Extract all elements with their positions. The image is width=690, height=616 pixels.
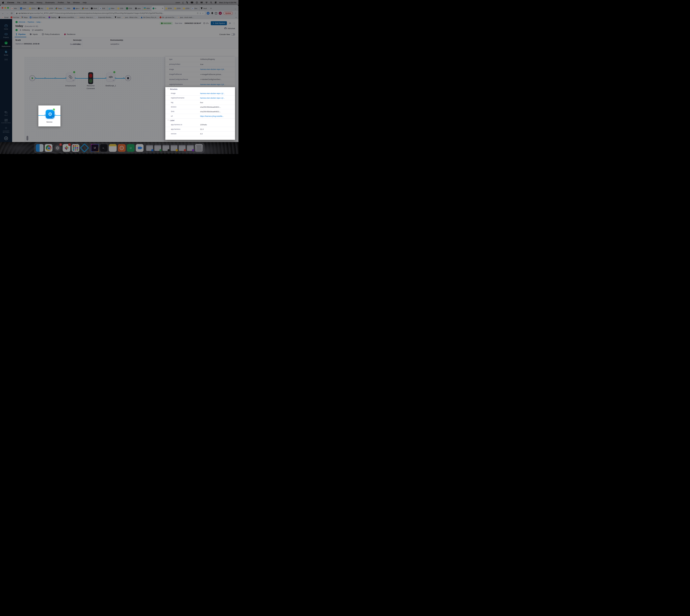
service-gear-icon: ⚙ bbox=[48, 112, 52, 116]
panel-value: four bbox=[200, 102, 203, 104]
panel-value: sha256:658c8eae64831... bbox=[200, 106, 221, 108]
panel-key: version bbox=[171, 133, 200, 135]
panel-key: url bbox=[171, 115, 200, 117]
section-title: Metadata bbox=[170, 88, 177, 90]
panel-value[interactable]: harness-ken-docker-repo-1.jf... bbox=[200, 92, 225, 94]
section-title: Label bbox=[170, 119, 174, 122]
section-header-metadata[interactable]: ⌃Metadata bbox=[165, 87, 235, 91]
panel-value: sha256:658c8eae64831... bbox=[200, 111, 221, 113]
panel-value: 100hello bbox=[200, 124, 207, 126]
panel-value[interactable]: https://harness.jfrog.io/artifa... bbox=[200, 115, 224, 117]
panel-key: tag bbox=[171, 102, 200, 104]
label-row-version: version4.0 bbox=[165, 132, 235, 136]
service-success-icon: ✓ bbox=[53, 108, 55, 111]
metadata-row-tag: tagfour bbox=[165, 100, 235, 105]
code-glyph: </> bbox=[52, 117, 54, 118]
panel-key: image bbox=[171, 92, 200, 94]
metadata-row-url: urlhttps://harness.jfrog.io/artifa... bbox=[165, 114, 235, 118]
panel-value: 4.0 bbox=[200, 133, 203, 135]
node-service[interactable]: ⚙ </> bbox=[46, 110, 55, 118]
label-row-app.harness.io: app.harness.io100hello bbox=[165, 123, 235, 127]
panel-key: app.harness.io bbox=[171, 124, 200, 126]
collapse-chevron-icon[interactable]: ⌃ bbox=[168, 88, 169, 90]
panel-key: SHAV2 bbox=[171, 106, 200, 108]
macos-screen: ChromeFileEditViewHistoryBookmarksProfil… bbox=[0, 0, 238, 154]
label-row-app.harness: app.harness31.0 bbox=[165, 127, 235, 132]
node-label-service: Service bbox=[38, 121, 60, 123]
metadata-row-SHA: SHAsha256:658c8eae64831... bbox=[165, 109, 235, 114]
metadata-row-registryHostname: registryHostnameharness-ken-docker-repo-… bbox=[165, 96, 235, 100]
panel-value[interactable]: harness-ken-docker-repo-1.jf... bbox=[200, 97, 225, 99]
metadata-card: ⌃Metadataimageharness-ken-docker-repo-1.… bbox=[165, 87, 235, 140]
collapse-chevron-icon[interactable]: ⌃ bbox=[168, 120, 169, 121]
metadata-row-SHAV2: SHAV2sha256:658c8eae64831... bbox=[165, 105, 235, 109]
section-header-label[interactable]: ⌃Label bbox=[165, 118, 235, 123]
panel-key: registryHostname bbox=[171, 97, 200, 99]
panel-value: 31.0 bbox=[200, 128, 204, 130]
service-node-highlight: ⚙ </> ✓ Service bbox=[38, 106, 60, 127]
metadata-row-image: imageharness-ken-docker-repo-1.jf... bbox=[165, 91, 235, 96]
panel-key: SHA bbox=[171, 111, 200, 112]
panel-key: app.harness bbox=[171, 128, 200, 130]
